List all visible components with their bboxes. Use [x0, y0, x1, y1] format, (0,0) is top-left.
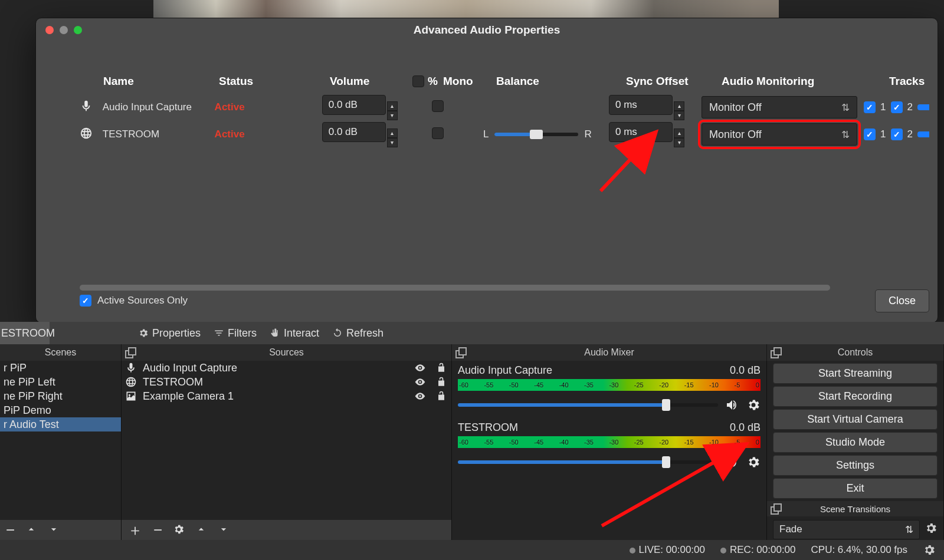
scene-item[interactable]: ne PiP Right — [0, 389, 121, 403]
add-source-button[interactable]: ＋ — [127, 522, 143, 538]
volume-input[interactable] — [322, 95, 386, 115]
transition-select[interactable]: Fade⇅ — [773, 520, 920, 539]
lock-icon[interactable] — [435, 376, 448, 388]
scene-item[interactable]: r Audio Test — [0, 417, 121, 431]
visibility-icon[interactable] — [414, 376, 427, 388]
percent-toggle[interactable] — [412, 75, 424, 87]
track-1-checkbox[interactable] — [864, 101, 876, 113]
popout-icon[interactable] — [455, 347, 466, 357]
interact-button[interactable]: Interact — [270, 327, 319, 340]
spin-up[interactable]: ▴ — [674, 101, 684, 111]
lock-icon[interactable] — [435, 390, 448, 402]
scene-item[interactable]: r PiP — [0, 361, 121, 375]
table-header: Name Status Volume % Mono Balance Sync O… — [80, 69, 929, 94]
col-monitoring: Audio Monitoring — [722, 75, 889, 88]
scene-item[interactable]: ne PiP Left — [0, 375, 121, 389]
settings-button[interactable]: Settings — [773, 455, 938, 476]
spin-up[interactable]: ▴ — [387, 129, 398, 138]
volume-input[interactable] — [322, 122, 386, 142]
monitoring-select[interactable]: Monitor Off⇅ — [702, 96, 857, 118]
source-name: TESTROOM — [103, 129, 215, 140]
track-3-checkbox[interactable] — [917, 131, 929, 137]
spin-down[interactable]: ▾ — [387, 138, 398, 147]
checkbox-icon[interactable] — [80, 295, 91, 307]
remove-source-button[interactable]: − — [153, 522, 162, 538]
add-scene-button[interactable]: − — [6, 522, 15, 538]
track-1-checkbox[interactable] — [864, 129, 876, 140]
spin-up[interactable]: ▴ — [674, 129, 684, 138]
lock-icon[interactable] — [435, 362, 448, 374]
statusbar-settings-icon[interactable] — [923, 543, 936, 556]
exit-button[interactable]: Exit — [773, 478, 938, 499]
source-item[interactable]: Audio Input Capture — [122, 361, 451, 375]
volume-field: ▴▾ — [322, 95, 402, 120]
col-name: Name — [103, 75, 219, 88]
popout-icon[interactable] — [771, 347, 781, 357]
mic-icon — [80, 100, 103, 116]
spin-down[interactable]: ▾ — [674, 138, 684, 147]
spin-up[interactable]: ▴ — [387, 101, 398, 111]
status-live: LIVE: 00:00:00 — [630, 544, 705, 556]
close-button[interactable]: Close — [875, 289, 929, 312]
track-2-checkbox[interactable] — [891, 129, 903, 140]
globe-icon — [80, 127, 103, 143]
properties-button[interactable]: Properties — [138, 327, 201, 340]
status-badge: Active — [215, 129, 322, 140]
channel-name: Audio Input Capture — [458, 364, 552, 377]
studio-mode-button[interactable]: Studio Mode — [773, 432, 938, 453]
audio-row: Audio Input Capture Active ▴▾ ▴▾ Monitor… — [80, 94, 929, 121]
mute-icon[interactable] — [725, 455, 739, 469]
start-streaming-button[interactable]: Start Streaming — [773, 363, 938, 384]
mute-icon[interactable] — [725, 398, 739, 412]
source-settings-button[interactable] — [173, 522, 185, 538]
spin-down[interactable]: ▾ — [387, 111, 398, 120]
popout-icon[interactable] — [771, 503, 781, 513]
col-mono: Mono — [443, 75, 496, 88]
scene-item[interactable]: PiP Demo — [0, 403, 121, 417]
refresh-button[interactable]: Refresh — [332, 327, 384, 340]
scene-down-button[interactable] — [48, 522, 60, 538]
channel-level: 0.0 dB — [730, 364, 761, 377]
sync-input[interactable] — [609, 95, 673, 115]
visibility-icon[interactable] — [414, 362, 427, 374]
source-down-button[interactable] — [218, 522, 230, 538]
audio-table: Name Status Volume % Mono Balance Sync O… — [80, 69, 929, 291]
channel-settings-icon[interactable] — [746, 455, 761, 469]
balance-slider[interactable]: L R — [483, 129, 609, 140]
sync-input[interactable] — [609, 122, 673, 142]
mixer-channel: TESTROOM0.0 dB -60-55-50-45-40-35-30-25-… — [452, 418, 766, 475]
mic-icon — [125, 362, 137, 374]
source-item[interactable]: Example Camera 1 — [122, 389, 451, 403]
volume-slider[interactable] — [458, 460, 718, 464]
col-balance: Balance — [496, 75, 626, 88]
channel-name: TESTROOM — [458, 421, 518, 434]
track-2-checkbox[interactable] — [891, 101, 903, 113]
transition-settings-icon[interactable] — [925, 522, 938, 538]
track-3-checkbox[interactable] — [917, 104, 929, 110]
scene-up-button[interactable] — [25, 522, 37, 538]
volume-slider[interactable] — [458, 403, 718, 407]
audio-mixer-panel: Audio Input Capture0.0 dB -60-55-50-45-4… — [452, 361, 767, 540]
start-recording-button[interactable]: Start Recording — [773, 386, 938, 407]
active-sources-only[interactable]: Active Sources Only — [80, 295, 188, 307]
mixer-header: Audio Mixer — [452, 344, 767, 361]
volume-field: ▴▾ — [322, 122, 402, 147]
popout-icon[interactable] — [125, 347, 136, 357]
source-up-button[interactable] — [195, 522, 207, 538]
col-tracks: Tracks — [889, 75, 925, 88]
spin-down[interactable]: ▾ — [674, 111, 684, 120]
mono-checkbox[interactable] — [432, 100, 444, 112]
channel-settings-icon[interactable] — [746, 398, 761, 412]
filters-button[interactable]: Filters — [214, 327, 257, 340]
start-virtual-camera-button[interactable]: Start Virtual Camera — [773, 409, 938, 430]
col-status: Status — [219, 75, 330, 88]
globe-icon — [125, 376, 137, 388]
visibility-icon[interactable] — [414, 390, 427, 402]
sources-footer: ＋ − — [122, 520, 451, 540]
source-item[interactable]: TESTROOM — [122, 375, 451, 389]
scenes-footer: − — [0, 520, 121, 540]
mono-checkbox[interactable] — [432, 127, 444, 139]
selected-source-indicator: ESTROOM — [0, 322, 50, 344]
monitoring-select[interactable]: Monitor Off⇅ — [702, 123, 857, 146]
controls-panel: Start StreamingStart RecordingStart Virt… — [767, 361, 944, 540]
